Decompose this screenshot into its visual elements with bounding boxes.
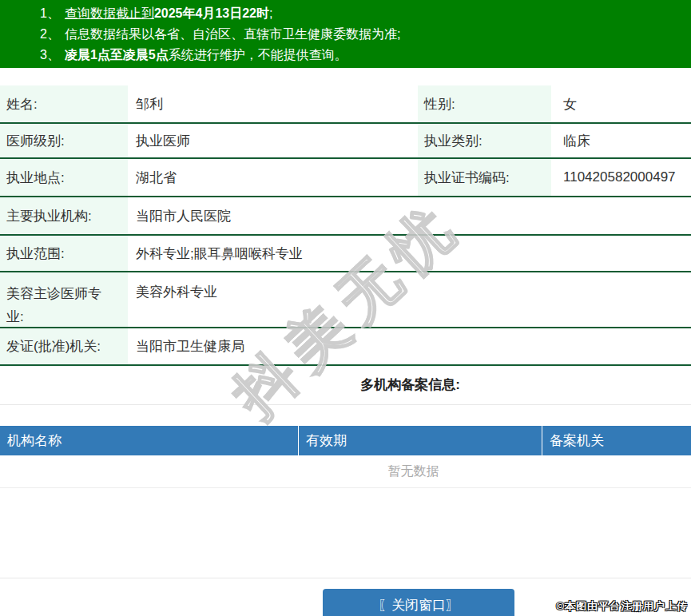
field-label-issuing-authority: 发证(批准)机关:: [0, 328, 128, 364]
info-row-cosmetic-specialty: 美容主诊医师专业: 美容外科专业: [0, 272, 691, 328]
notice-rest-text: ;: [269, 6, 272, 20]
section-title-multi-institution-filing: 多机构备案信息:: [0, 376, 691, 394]
field-label-level: 医师级别:: [0, 124, 128, 157]
field-label-gender: 性别:: [418, 85, 551, 122]
notice-rest-text: 系统进行维护，不能提供查询。: [169, 48, 347, 62]
empty-data-text: 暂无数据: [388, 464, 439, 478]
field-value-issuing-authority: 当阳市卫生健康局: [128, 337, 244, 356]
field-value-practice-scope: 外科专业;眼耳鼻咽喉科专业: [128, 244, 303, 263]
field-label-main-institution: 主要执业机构:: [0, 197, 128, 234]
notice-line-1: 1、查询数据截止到2025年4月13日22时;: [40, 3, 691, 24]
field-value-level: 执业医师: [128, 132, 418, 150]
filing-table-header: 机构名称 有效期 备案机关: [0, 426, 691, 455]
info-row-practice-scope: 执业范围: 外科专业;眼耳鼻咽喉科专业: [0, 236, 691, 272]
filing-table-empty-row: 暂无数据: [0, 463, 691, 480]
notice-number: 1、: [40, 6, 60, 20]
notice-number: 2、: [40, 27, 60, 41]
notice-underlined-text: 查询数据截止到: [65, 6, 154, 20]
notice-bold-text: 2025年4月13日22时: [154, 6, 269, 20]
divider: [0, 578, 691, 578]
close-window-button[interactable]: 〖关闭窗口〗: [323, 589, 514, 616]
field-value-main-institution: 当阳市人民医院: [128, 207, 231, 225]
column-header-institution-name: 机构名称: [0, 426, 299, 455]
copyright-stamp: ©本图由平台注册用户上传: [556, 599, 688, 614]
physician-info-table: 姓名: 邹利 性别: 女 医师级别: 执业医师 执业类别: 临床 执业地点: 湖…: [0, 85, 691, 366]
notice-line-3: 3、凌晨1点至凌晨5点系统进行维护，不能提供查询。: [40, 45, 691, 66]
notice-number: 3、: [40, 48, 60, 62]
field-label-name: 姓名:: [0, 85, 128, 122]
field-value-name: 邹利: [128, 95, 418, 113]
field-label-cosmetic-specialty: 美容主诊医师专业:: [0, 272, 128, 327]
info-row-level-category: 医师级别: 执业医师 执业类别: 临床: [0, 124, 691, 159]
field-value-gender: 女: [551, 95, 691, 113]
divider: [0, 404, 691, 405]
field-label-license-number: 执业证书编码:: [418, 159, 551, 196]
field-label-category: 执业类别:: [418, 124, 551, 157]
info-row-name-gender: 姓名: 邹利 性别: 女: [0, 85, 691, 124]
info-row-main-institution: 主要执业机构: 当阳市人民医院: [0, 197, 691, 236]
info-row-issuing-authority: 发证(批准)机关: 当阳市卫生健康局: [0, 328, 691, 366]
field-label-practice-scope: 执业范围:: [0, 236, 128, 271]
notice-banner: 1、查询数据截止到2025年4月13日22时; 2、信息数据结果以各省、自治区、…: [0, 0, 691, 68]
field-value-location: 湖北省: [128, 169, 418, 187]
notice-bold-text: 凌晨1点至凌晨5点: [65, 48, 169, 62]
column-header-validity-period: 有效期: [299, 426, 542, 455]
column-header-filing-authority: 备案机关: [542, 426, 691, 455]
field-value-category: 临床: [551, 132, 691, 150]
section-title-text: 多机构备案信息:: [360, 377, 460, 392]
field-value-cosmetic-specialty: 美容外科专业: [128, 272, 217, 327]
notice-text: 信息数据结果以各省、自治区、直辖市卫生健康委数据为准;: [65, 27, 400, 41]
info-row-location-license: 执业地点: 湖北省 执业证书编码: 110420582000497: [0, 159, 691, 197]
divider: [0, 487, 691, 488]
field-value-license-number: 110420582000497: [551, 169, 691, 185]
notice-line-2: 2、信息数据结果以各省、自治区、直辖市卫生健康委数据为准;: [40, 24, 691, 45]
field-label-location: 执业地点:: [0, 159, 128, 196]
